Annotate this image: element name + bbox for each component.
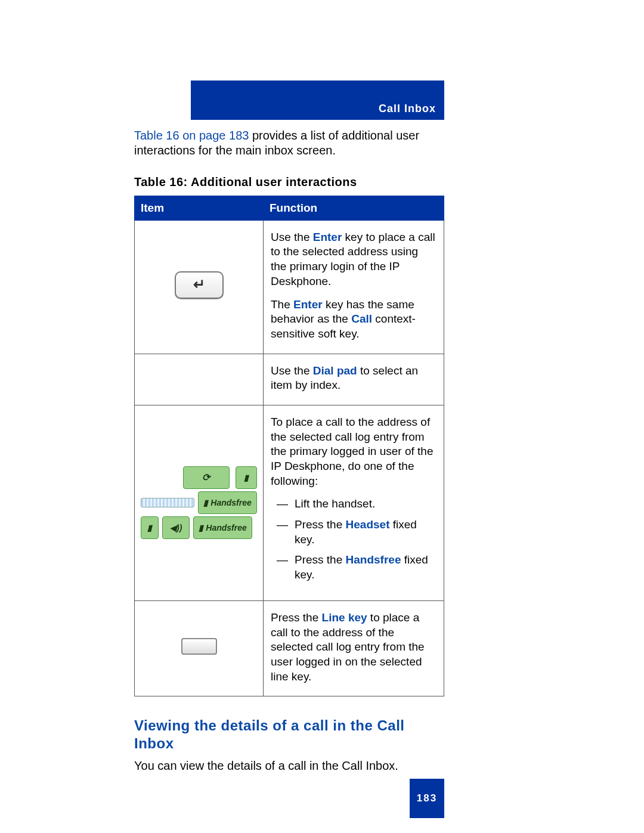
text: Lift the handset. (295, 497, 375, 510)
table-header-function: Function (264, 196, 444, 221)
header-section-label: Call Inbox (379, 103, 436, 115)
document-page: Call Inbox Table 16 on page 183 provides… (0, 80, 644, 833)
enter-label: Enter (313, 231, 342, 243)
headset-icon: ⟳ (183, 466, 230, 489)
table-header-row: Item Function (135, 196, 444, 221)
speaker-icon: ◀)) (162, 516, 190, 539)
table-row: Press the Line key to place a call to th… (135, 600, 444, 696)
text: Press the (271, 611, 322, 624)
handsfree-label: Handsfree (346, 553, 401, 566)
table-row: Use the Enter key to place a call to the… (135, 220, 444, 354)
list-item: Lift the handset. (271, 497, 436, 512)
enter-label: Enter (293, 298, 323, 311)
text: Use the (271, 364, 313, 377)
item-cell (135, 354, 264, 405)
section-heading: Viewing the details of a call in the Cal… (134, 717, 444, 753)
intro-paragraph: Table 16 on page 183 provides a list of … (134, 128, 444, 158)
section-body: You can view the details of a call in th… (134, 758, 444, 773)
call-label: Call (351, 312, 372, 325)
interactions-table: Item Function Use the Enter key to place… (134, 196, 444, 696)
mute-icon: ▮ (236, 466, 257, 489)
options-list: Lift the handset. Press the Headset fixe… (271, 497, 436, 582)
function-cell: Use the Dial pad to select an item by in… (264, 354, 444, 405)
function-cell: Press the Line key to place a call to th… (264, 600, 444, 696)
handsfree-button-icon: ▮Handsfree (193, 516, 252, 539)
page-number: 183 (410, 779, 444, 818)
handsfree-button-icon: ▮Handsfree (198, 491, 256, 514)
page-content: Table 16 on page 183 provides a list of … (134, 128, 444, 773)
text: To place a call to the address of the se… (271, 415, 436, 488)
bar-icon (141, 498, 194, 507)
handsfree-label: Handsfree (206, 522, 246, 533)
enter-key-icon (175, 271, 224, 299)
table-row: Use the Dial pad to select an item by in… (135, 354, 444, 405)
table-row: ⟳ ▮ ▮Handsfree ▮ ◀)) ▮Handsfree (135, 405, 444, 600)
table-header-item: Item (135, 196, 264, 221)
headset-label: Headset (346, 518, 390, 531)
list-item: Press the Handsfree fixed key. (271, 553, 436, 582)
line-key-icon (181, 638, 217, 655)
item-cell (135, 600, 264, 696)
function-cell: To place a call to the address of the se… (264, 405, 444, 600)
function-cell: Use the Enter key to place a call to the… (264, 220, 444, 354)
indicator-icon: ▮ (141, 516, 159, 539)
item-cell: ⟳ ▮ ▮Handsfree ▮ ◀)) ▮Handsfree (135, 405, 264, 600)
item-cell (135, 220, 264, 354)
table-caption: Table 16: Additional user interactions (134, 175, 444, 190)
text: Use the (271, 231, 313, 243)
list-item: Press the Headset fixed key. (271, 518, 436, 547)
handsfree-panel-icon: ⟳ ▮ ▮Handsfree ▮ ◀)) ▮Handsfree (141, 464, 256, 541)
text: Press the (295, 518, 346, 531)
handsfree-label: Handsfree (210, 497, 251, 508)
text: Press the (295, 553, 346, 566)
text: The (271, 298, 293, 311)
linekey-label: Line key (322, 611, 367, 624)
table-reference-link[interactable]: Table 16 on page 183 (134, 129, 249, 142)
header-band: Call Inbox (191, 80, 444, 120)
dialpad-label: Dial pad (313, 364, 357, 377)
